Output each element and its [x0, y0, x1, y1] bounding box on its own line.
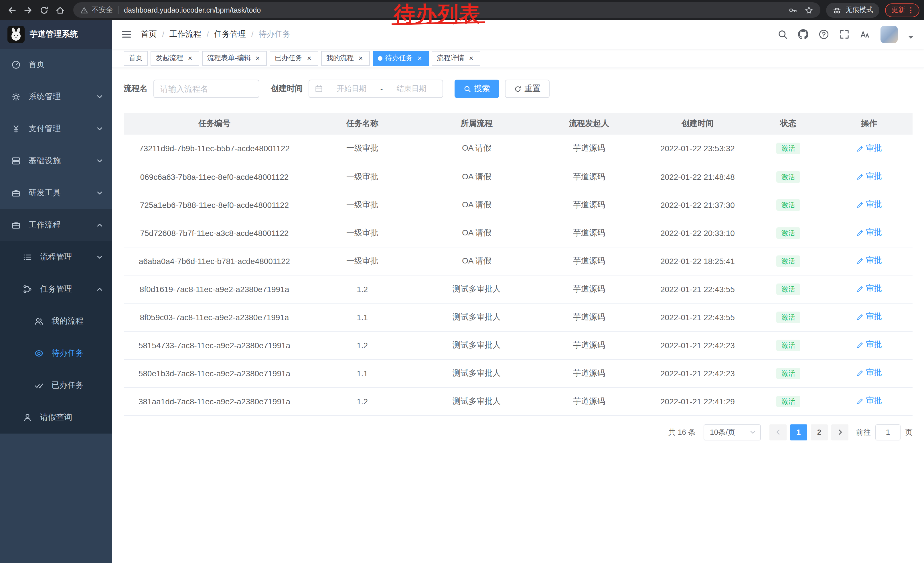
approve-link-label: 审批	[866, 143, 882, 153]
cell-action: 审批	[826, 135, 912, 163]
sidebar-item-process-management[interactable]: 流程管理	[0, 241, 112, 273]
search-icon[interactable]	[777, 29, 788, 39]
avatar[interactable]	[880, 26, 898, 43]
url-text: dashboard.yudao.iocoder.cn/bpm/task/todo	[124, 6, 261, 14]
sidebar-item-todo-task[interactable]: 待办任务	[0, 337, 112, 369]
address-bar[interactable]: 不安全 dashboard.yudao.iocoder.cn/bpm/task/…	[73, 2, 820, 18]
page-size-select[interactable]: 10条/页	[704, 424, 761, 440]
close-icon[interactable]	[357, 54, 364, 62]
fullscreen-icon[interactable]	[839, 29, 850, 39]
status-badge: 激活	[776, 227, 800, 239]
browser-reload-button[interactable]	[37, 3, 51, 18]
navbar-actions	[777, 26, 924, 43]
column-header-6: 操作	[826, 113, 912, 135]
chevron-down-icon	[96, 286, 103, 293]
tab-form-edit[interactable]: 流程表单-编辑	[202, 51, 267, 66]
reset-button[interactable]: 重置	[505, 80, 550, 98]
cell-created: 2022-01-22 18:25:41	[644, 247, 751, 275]
process-name-input[interactable]	[153, 80, 260, 98]
approve-link[interactable]: 审批	[856, 200, 882, 210]
cell-action: 审批	[826, 359, 912, 387]
star-icon[interactable]	[804, 6, 813, 15]
app-logo[interactable]: 芋道管理系统	[0, 20, 112, 49]
approve-link-label: 审批	[866, 256, 882, 266]
caret-down-icon[interactable]	[908, 36, 914, 39]
sidebar-item-done-task[interactable]: 已办任务	[0, 369, 112, 401]
sidebar-item-label: 待办任务	[51, 348, 84, 359]
font-size-icon[interactable]	[860, 29, 870, 39]
approve-link[interactable]: 审批	[856, 284, 882, 294]
search-button[interactable]: 搜索	[454, 80, 499, 98]
approve-link[interactable]: 审批	[856, 171, 882, 182]
sidebar-item-infrastructure[interactable]: 基础设施	[0, 145, 112, 177]
page-button-1[interactable]: 1	[790, 424, 807, 440]
tab-todo-task[interactable]: 待办任务	[373, 51, 429, 66]
cell-created: 2022-01-22 23:53:32	[644, 135, 751, 163]
tab-process-detail[interactable]: 流程详情	[432, 51, 480, 66]
cell-process: OA 请假	[419, 135, 534, 163]
column-header-4: 创建时间	[644, 113, 751, 135]
approve-link[interactable]: 审批	[856, 312, 882, 322]
kebab-menu-icon[interactable]	[907, 6, 915, 14]
cell-task-id: a6aba0a4-7b6d-11ec-b781-acde48001122	[124, 247, 305, 275]
sidebar-item-home[interactable]: 首页	[0, 49, 112, 81]
help-icon[interactable]	[819, 29, 829, 39]
tab-my-process[interactable]: 我的流程	[321, 51, 370, 66]
hamburger-icon[interactable]	[121, 29, 132, 40]
gear-icon	[12, 92, 21, 101]
close-icon[interactable]	[186, 54, 194, 62]
cell-status: 激活	[751, 303, 826, 331]
tab-home[interactable]: 首页	[124, 51, 148, 66]
approve-link[interactable]: 审批	[856, 256, 882, 266]
cell-process: OA 请假	[419, 163, 534, 191]
task-table: 任务编号任务名称所属流程流程发起人创建时间状态操作 73211d9d-7b9b-…	[124, 113, 912, 416]
cell-process: OA 请假	[419, 191, 534, 219]
close-icon[interactable]	[254, 54, 262, 62]
key-icon[interactable]	[788, 6, 798, 15]
close-icon[interactable]	[416, 54, 424, 62]
breadcrumb-item-workflow[interactable]: 工作流程	[170, 29, 201, 39]
breadcrumb-item-home[interactable]: 首页	[141, 29, 157, 39]
browser-back-button[interactable]	[4, 3, 20, 18]
goto-label: 前往	[856, 427, 871, 437]
browser-home-button[interactable]	[52, 3, 68, 18]
table-body: 73211d9d-7b9b-11ec-b5b7-acde48001122 一级审…	[124, 135, 912, 415]
cell-task-name: 1.2	[305, 275, 420, 303]
table-row: 58154733-7ac8-11ec-a9e2-a2380e71991a 1.2…	[124, 331, 912, 359]
close-icon[interactable]	[305, 54, 313, 62]
tab-start-process[interactable]: 发起流程	[151, 51, 199, 66]
breadcrumb-item-task-management[interactable]: 任务管理	[214, 29, 246, 39]
next-page-button[interactable]	[831, 424, 848, 440]
update-button[interactable]: 更新	[885, 3, 920, 17]
date-range-picker[interactable]: 开始日期 - 结束日期	[309, 80, 443, 98]
page-button-2[interactable]: 2	[811, 424, 828, 440]
prev-page-button[interactable]	[770, 424, 787, 440]
tab-done-task[interactable]: 已办任务	[270, 51, 318, 66]
github-icon[interactable]	[798, 29, 808, 39]
browser-forward-button[interactable]	[21, 3, 36, 18]
approve-link[interactable]: 审批	[856, 368, 882, 378]
sidebar-item-payment-management[interactable]: 支付管理	[0, 113, 112, 145]
approve-link[interactable]: 审批	[856, 396, 882, 406]
approve-link[interactable]: 审批	[856, 228, 882, 238]
chevron-down-icon	[96, 222, 103, 228]
cell-action: 审批	[826, 163, 912, 191]
sidebar-item-my-process[interactable]: 我的流程	[0, 305, 112, 337]
sidebar-item-task-management[interactable]: 任务管理	[0, 273, 112, 305]
cell-status: 激活	[751, 219, 826, 247]
cell-initiator: 芋道源码	[534, 163, 644, 191]
tab-label: 已办任务	[275, 53, 302, 63]
approve-link[interactable]: 审批	[856, 340, 882, 350]
sidebar-item-workflow[interactable]: 工作流程	[0, 209, 112, 241]
approve-link[interactable]: 审批	[856, 143, 882, 153]
goto-page-input[interactable]	[875, 424, 900, 440]
sidebar-item-dev-tools[interactable]: 研发工具	[0, 177, 112, 209]
table-row: 8f059c03-7ac8-11ec-a9e2-a2380e71991a 1.1…	[124, 303, 912, 331]
sidebar-item-leave-query[interactable]: 请假查询	[0, 401, 112, 434]
tab-label: 流程表单-编辑	[207, 53, 251, 63]
close-icon[interactable]	[467, 54, 475, 62]
cell-created: 2022-01-21 22:43:55	[644, 275, 751, 303]
double-check-icon	[34, 381, 44, 390]
status-badge: 激活	[776, 199, 800, 210]
sidebar-item-system-management[interactable]: 系统管理	[0, 81, 112, 113]
